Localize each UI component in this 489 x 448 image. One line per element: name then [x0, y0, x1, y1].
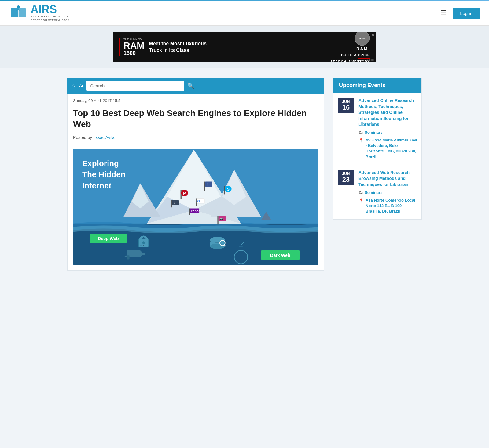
- svg-rect-19: [181, 190, 182, 199]
- article-image-wrap: f P G S: [68, 149, 324, 270]
- svg-text:t: t: [173, 201, 175, 205]
- ad-headline: Meet the Most Luxurious Truck in its Cla…: [149, 40, 206, 54]
- image-text-internet: Internet: [82, 180, 126, 191]
- event-date-badge-1: JUN 16: [338, 98, 354, 113]
- svg-text:xxx: xxx: [139, 243, 144, 246]
- posted-by-label: Posted by: [73, 135, 92, 140]
- event-date-badge-2: JUN 23: [338, 170, 354, 185]
- sidebar-events-section: Upcoming Events JUN 16 Advanced Online R…: [333, 78, 422, 220]
- svg-point-3: [17, 5, 20, 9]
- article-main-image: f P G S: [73, 149, 318, 265]
- ad-banner: THE ALL-NEW RAM 1500 Meet the Most Luxur…: [113, 32, 376, 62]
- logo-text: AIRS: [31, 4, 72, 15]
- ad-right: RAM RAM BUILD & PRICE SEARCH INVENTORY: [330, 32, 370, 62]
- event-day-1: 16: [340, 104, 352, 111]
- event-category-label-2[interactable]: Seminars: [365, 190, 383, 195]
- logo-area: AIRS ASSOCIATION OF INTERNET RESEARCH SP…: [9, 4, 72, 22]
- author-link[interactable]: Issac Avila: [94, 135, 115, 140]
- ad-model-name: RAM: [123, 41, 144, 50]
- ram-badge-icon: RAM: [355, 32, 370, 46]
- ad-left: THE ALL-NEW RAM 1500 Meet the Most Luxur…: [119, 38, 207, 56]
- ad-ram-logo: THE ALL-NEW RAM 1500: [119, 38, 144, 56]
- svg-rect-34: [217, 216, 218, 224]
- category-folder-icon-2: 🗂: [358, 190, 363, 195]
- svg-rect-1: [18, 8, 26, 17]
- event-day-2: 23: [340, 176, 352, 183]
- search-input[interactable]: [86, 81, 184, 91]
- svg-rect-31: [189, 208, 190, 215]
- event-month-2: JUN: [340, 172, 352, 176]
- home-icon[interactable]: ⌂: [72, 82, 75, 89]
- category-folder-icon-1: 🗂: [358, 130, 363, 135]
- event-location-1: 📍 Av. José Maria Alkimin, 840 - Belveder…: [358, 137, 417, 160]
- login-button[interactable]: Log in: [453, 8, 480, 19]
- ad-action-search: SEARCH INVENTORY: [330, 60, 370, 62]
- ad-close-icon[interactable]: ✕: [372, 33, 375, 37]
- image-text-exploring: Exploring: [82, 158, 126, 169]
- svg-text:📷: 📷: [219, 217, 223, 221]
- event-category-1: 🗂 Seminars: [358, 130, 417, 135]
- event-details-2: Advanced Web Research, Browsing Methods …: [358, 170, 417, 214]
- svg-rect-29: [172, 200, 179, 205]
- ad-model-number: 1500: [123, 50, 136, 56]
- svg-rect-28: [171, 200, 172, 207]
- event-category-2: 🗂 Seminars: [358, 190, 417, 195]
- event-location-2: 📍 Asa Norte Comércio Local Norte 112 BL …: [358, 198, 417, 214]
- svg-text:P: P: [183, 191, 186, 195]
- event-title-2[interactable]: Advanced Web Research, Browsing Methods …: [358, 170, 417, 188]
- svg-rect-0: [11, 8, 18, 17]
- event-month-1: JUN: [340, 100, 352, 104]
- svg-rect-49: [140, 253, 145, 255]
- ad-action-build: BUILD & PRICE: [330, 53, 370, 57]
- ad-actions: BUILD & PRICE SEARCH INVENTORY: [330, 53, 370, 62]
- search-icon: 🔍: [187, 83, 194, 89]
- event-category-label-1[interactable]: Seminars: [365, 130, 383, 135]
- event-title-1[interactable]: Advanced Online Research Methods, Techni…: [358, 98, 417, 128]
- event-location-text-2: Asa Norte Comércio Local Norte 112 BL B …: [366, 198, 417, 214]
- location-pin-icon-1: 📍: [358, 138, 364, 144]
- article-meta-date: Sunday, 09 April 2017 15:54: [68, 94, 324, 104]
- event-item-1: JUN 16 Advanced Online Research Methods,…: [333, 93, 421, 165]
- svg-rect-50: [127, 255, 130, 259]
- article-title: Top 10 Best Deep Web Search Engines to E…: [73, 108, 318, 130]
- ad-section: THE ALL-NEW RAM 1500 Meet the Most Luxur…: [0, 26, 489, 68]
- search-bar: ⌂ 🗂 🔍: [67, 78, 324, 94]
- svg-point-46: [210, 244, 225, 249]
- article-title-wrap: Top 10 Best Deep Web Search Engines to E…: [68, 104, 324, 133]
- event-details-1: Advanced Online Research Methods, Techni…: [358, 98, 417, 160]
- svg-text:Dark Web: Dark Web: [270, 253, 290, 257]
- article-card: Sunday, 09 April 2017 15:54 Top 10 Best …: [67, 94, 324, 271]
- svg-text:RAM: RAM: [359, 37, 365, 40]
- image-text-hidden: The Hidden: [82, 169, 126, 180]
- article-section: ⌂ 🗂 🔍 Sunday, 09 April 2017 15:54 Top 10…: [67, 78, 324, 271]
- sidebar: Upcoming Events JUN 16 Advanced Online R…: [333, 78, 422, 271]
- header-right: ☰ Log in: [440, 8, 480, 19]
- event-item-2: JUN 23 Advanced Web Research, Browsing M…: [333, 165, 421, 219]
- logo-icon: [9, 4, 28, 22]
- svg-text:Yahoo!: Yahoo!: [191, 209, 202, 213]
- svg-text:G: G: [197, 199, 200, 203]
- article-author-line: Posted by Issac Avila: [68, 133, 324, 144]
- svg-text:S: S: [227, 187, 230, 191]
- svg-text:Deep Web: Deep Web: [98, 236, 119, 241]
- ad-right-logo: RAM RAM: [355, 32, 370, 51]
- svg-rect-25: [224, 186, 225, 194]
- folder-icon[interactable]: 🗂: [78, 82, 83, 89]
- svg-rect-22: [196, 198, 197, 206]
- site-header: AIRS ASSOCIATION OF INTERNET RESEARCH SP…: [0, 1, 489, 26]
- location-pin-icon-2: 📍: [358, 198, 364, 204]
- hamburger-menu-icon[interactable]: ☰: [440, 9, 447, 17]
- main-container: ⌂ 🗂 🔍 Sunday, 09 April 2017 15:54 Top 10…: [61, 78, 428, 271]
- svg-rect-16: [204, 181, 205, 191]
- event-location-text-1: Av. José Maria Alkimin, 840 - Belvedere,…: [366, 137, 417, 160]
- ad-brand-name: RAM: [356, 46, 368, 51]
- logo-subtitle: ASSOCIATION OF INTERNET RESEARCH SPECIAL…: [31, 15, 72, 22]
- ad-legal-text: Legal: [367, 58, 374, 61]
- article-divider: [73, 144, 318, 144]
- search-button[interactable]: 🔍: [187, 82, 194, 89]
- sidebar-events-header: Upcoming Events: [333, 78, 421, 93]
